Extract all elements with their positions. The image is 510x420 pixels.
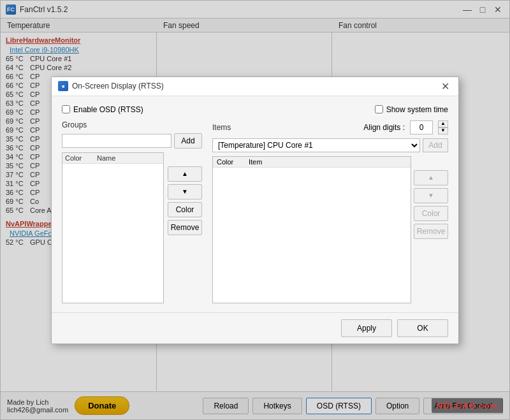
dialog-top-row: Enable OSD (RTSS) Show system time <box>62 105 448 114</box>
enable-osd-checkbox[interactable] <box>62 105 70 113</box>
spin-down-button[interactable]: ▼ <box>438 127 448 134</box>
align-digits-row: Align digits : ▲ ▼ <box>363 120 448 134</box>
modal-overlay: ■ On-Screen Display (RTSS) ✕ Enable OSD … <box>1 1 509 419</box>
groups-color-button[interactable]: Color <box>168 202 202 217</box>
groups-remove-button[interactable]: Remove <box>168 220 202 235</box>
groups-column: Groups Add Color Name <box>62 120 202 303</box>
spin-up-button[interactable]: ▲ <box>438 120 448 127</box>
align-digits-spinner: ▲ ▼ <box>438 120 448 134</box>
osd-dialog: ■ On-Screen Display (RTSS) ✕ Enable OSD … <box>51 76 459 344</box>
items-dropdown[interactable]: [Temperature] CPU Core #1 <box>212 138 420 152</box>
items-list: Color Item <box>212 156 411 303</box>
groups-title: Groups <box>62 120 202 129</box>
groups-down-button[interactable]: ▼ <box>168 184 202 199</box>
items-dropdown-row: [Temperature] CPU Core #1 Add <box>212 138 448 152</box>
items-column: Items Align digits : ▲ ▼ <box>212 120 448 303</box>
dialog-columns: Groups Add Color Name <box>62 120 448 303</box>
items-add-button[interactable]: Add <box>423 138 448 152</box>
align-digits-label: Align digits : <box>363 123 405 132</box>
dialog-body: Enable OSD (RTSS) Show system time Group… <box>52 96 458 312</box>
show-system-time-checkbox[interactable] <box>375 105 383 113</box>
dialog-icon: ■ <box>58 81 68 91</box>
items-list-header: Color Item <box>213 157 411 168</box>
align-digits-input[interactable] <box>410 120 433 134</box>
ok-button[interactable]: OK <box>397 319 448 337</box>
items-down-button[interactable]: ▼ <box>414 188 448 203</box>
main-window: FC FanCtrl v1.5.2 — □ ✕ Temperature Fan … <box>0 0 510 420</box>
items-color-button[interactable]: Color <box>414 206 448 221</box>
groups-list: Color Name <box>62 152 164 303</box>
items-list-row: Color Item ▲ ▼ Color Remove <box>212 156 448 303</box>
apply-button[interactable]: Apply <box>341 319 392 337</box>
items-up-button[interactable]: ▲ <box>414 170 448 185</box>
show-system-time-label[interactable]: Show system time <box>375 105 448 114</box>
dialog-title-bar: ■ On-Screen Display (RTSS) ✕ <box>52 77 458 96</box>
items-side-buttons: ▲ ▼ Color Remove <box>414 170 448 303</box>
groups-list-header: Color Name <box>62 153 163 164</box>
watermark: NDLOAD.com <box>432 398 503 413</box>
groups-text-input[interactable] <box>62 134 171 148</box>
items-title: Items <box>212 123 231 132</box>
dialog-title: On-Screen Display (RTSS) <box>72 82 438 91</box>
groups-add-button[interactable]: Add <box>174 133 202 148</box>
enable-osd-checkbox-label[interactable]: Enable OSD (RTSS) <box>62 105 143 114</box>
groups-side-buttons: ▲ ▼ Color Remove <box>168 166 202 303</box>
dialog-footer: Apply OK <box>52 312 458 344</box>
groups-input-row: Add <box>62 133 202 148</box>
dialog-close-button[interactable]: ✕ <box>438 79 452 93</box>
items-top-row: Items Align digits : ▲ ▼ <box>212 120 448 134</box>
items-remove-button[interactable]: Remove <box>414 224 448 239</box>
groups-up-button[interactable]: ▲ <box>168 166 202 182</box>
